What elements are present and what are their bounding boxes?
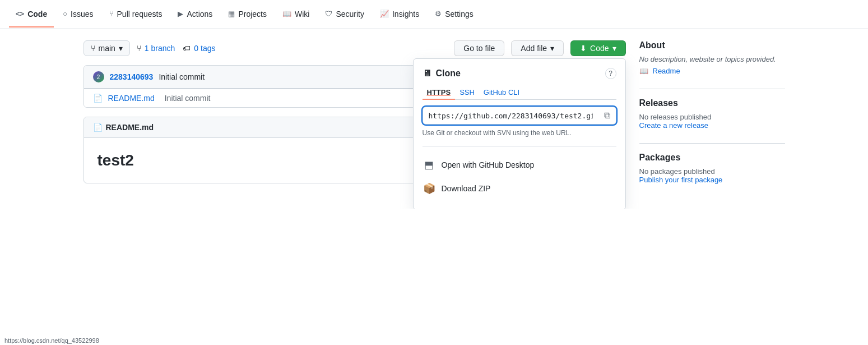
toolbar: ⑂ main ▾ ⑂ 1 branch 🏷 0 tags Go to file … (83, 40, 626, 56)
clone-dropdown: 🖥 Clone ? HTTPS SSH GitHub CLI ⧉ U (413, 58, 626, 209)
sidebar-releases-section: Releases No releases published Create a … (639, 98, 785, 130)
sidebar: About No description, website or topics … (639, 40, 785, 197)
file-name-link[interactable]: README.md (108, 94, 155, 103)
sidebar-releases-title: Releases (639, 98, 785, 108)
file-icon: 📄 (93, 94, 103, 103)
branch-info: ⑂ 1 branch 🏷 0 tags (137, 44, 216, 53)
readme-link-icon: 📖 (639, 67, 648, 75)
avatar-text: 2 (97, 74, 100, 80)
clone-title-text: Clone (436, 68, 461, 79)
open-desktop-label: Open with GitHub Desktop (442, 160, 535, 169)
code-button[interactable]: ⬇ Code ▾ (570, 40, 625, 56)
tag-count-link[interactable]: 0 tags (194, 44, 215, 53)
clone-tabs: HTTPS SSH GitHub CLI (423, 86, 616, 100)
clone-tab-ssh[interactable]: SSH (455, 86, 479, 100)
clone-help-icon[interactable]: ? (605, 68, 616, 79)
sidebar-about-title: About (639, 40, 785, 50)
nav-security-label: Security (336, 10, 364, 19)
insights-icon: 📈 (380, 10, 389, 18)
projects-icon: ▦ (228, 10, 235, 18)
tag-icon: 🏷 (183, 44, 191, 53)
nav-actions[interactable]: ▶ Actions (171, 2, 219, 27)
zip-icon: 📦 (423, 182, 436, 195)
nav-actions-label: Actions (187, 10, 212, 19)
commit-author[interactable]: 2283140693 (110, 72, 154, 81)
clone-url-input[interactable] (423, 108, 598, 123)
issues-icon: ○ (63, 10, 67, 18)
add-file-button[interactable]: Add file ▾ (511, 40, 564, 56)
nav-pull-requests-label: Pull requests (117, 10, 163, 19)
sidebar-packages-title: Packages (639, 153, 785, 163)
nav-security[interactable]: 🛡 Security (318, 2, 371, 27)
code-icon: <> (16, 10, 24, 18)
code-btn-wrapper: ⬇ Code ▾ 🖥 Clone ? HTTPS SSH (570, 40, 625, 56)
sidebar-readme-link[interactable]: 📖 Readme (639, 67, 785, 75)
branch-count-link[interactable]: 1 branch (145, 44, 175, 53)
clone-tab-github-cli[interactable]: GitHub CLI (479, 86, 524, 100)
commit-avatar: 2 (93, 71, 104, 82)
readme-link-label: Readme (653, 67, 680, 75)
repo-content: ⑂ main ▾ ⑂ 1 branch 🏷 0 tags Go to file … (83, 40, 626, 197)
nav-issues[interactable]: ○ Issues (56, 2, 100, 27)
nav-issues-label: Issues (71, 10, 93, 19)
sidebar-about-section: About No description, website or topics … (639, 40, 785, 75)
sidebar-about-desc: No description, website or topics provid… (639, 55, 785, 63)
actions-icon: ▶ (178, 10, 183, 18)
branch-selector[interactable]: ⑂ main ▾ (83, 40, 130, 56)
wiki-icon: 📖 (282, 10, 291, 18)
nav-projects[interactable]: ▦ Projects (221, 2, 273, 27)
nav-settings-label: Settings (445, 10, 474, 19)
sidebar-packages-desc: No packages published Publish your first… (639, 167, 785, 184)
nav-projects-label: Projects (238, 10, 267, 19)
branch-name: main (99, 44, 115, 53)
sidebar-releases-desc: No releases published Create a new relea… (639, 113, 785, 130)
download-zip-action[interactable]: 📦 Download ZIP (423, 177, 616, 200)
sidebar-packages-section: Packages No packages published Publish y… (639, 153, 785, 184)
nav-insights-label: Insights (392, 10, 419, 19)
clone-copy-button[interactable]: ⧉ (598, 107, 616, 124)
chevron-down-icon-add: ▾ (550, 44, 554, 53)
pull-requests-icon: ⑂ (109, 10, 114, 18)
branch-icon: ⑂ (91, 44, 95, 53)
top-nav: <> Code ○ Issues ⑂ Pull requests ▶ Actio… (0, 0, 868, 29)
main-content: ⑂ main ▾ ⑂ 1 branch 🏷 0 tags Go to file … (70, 29, 799, 209)
chevron-down-icon: ▾ (119, 44, 123, 53)
nav-code[interactable]: <> Code (9, 2, 54, 27)
commit-message: Initial commit (159, 72, 205, 81)
security-icon: 🛡 (325, 10, 332, 18)
nav-wiki[interactable]: 📖 Wiki (276, 2, 316, 27)
clone-title: 🖥 Clone (423, 68, 461, 79)
nav-wiki-label: Wiki (295, 10, 309, 19)
code-btn-label: Code (590, 44, 609, 53)
no-packages-text: No packages published (639, 167, 715, 176)
readme-filename: README.md (106, 123, 154, 132)
settings-icon: ⚙ (435, 10, 442, 18)
clone-monitor-icon: 🖥 (423, 68, 431, 79)
chevron-down-icon-code: ▾ (612, 44, 616, 53)
nav-pull-requests[interactable]: ⑂ Pull requests (103, 2, 169, 27)
sidebar-divider-2 (639, 143, 785, 144)
desktop-icon: ⬒ (423, 159, 436, 171)
readme-book-icon: 📄 (93, 123, 103, 132)
clone-help-text: Use Git or checkout with SVN using the w… (423, 129, 616, 137)
nav-insights[interactable]: 📈 Insights (373, 2, 426, 27)
clone-url-row: ⧉ (423, 107, 616, 125)
nav-settings[interactable]: ⚙ Settings (428, 2, 480, 27)
go-to-file-button[interactable]: Go to file (454, 40, 504, 56)
clone-header: 🖥 Clone ? (423, 68, 616, 79)
add-file-label: Add file (521, 44, 547, 53)
open-desktop-action[interactable]: ⬒ Open with GitHub Desktop (423, 153, 616, 177)
branch-icon-sm: ⑂ (137, 44, 141, 53)
clone-divider (423, 146, 616, 146)
clone-tab-https[interactable]: HTTPS (423, 86, 456, 100)
publish-package-link[interactable]: Publish your first package (639, 176, 723, 184)
download-icon: ⬇ (580, 44, 587, 53)
download-zip-label: Download ZIP (442, 184, 491, 193)
no-releases-text: No releases published (639, 113, 712, 121)
create-release-link[interactable]: Create a new release (639, 121, 709, 130)
nav-code-label: Code (27, 10, 47, 19)
sidebar-divider-1 (639, 89, 785, 89)
